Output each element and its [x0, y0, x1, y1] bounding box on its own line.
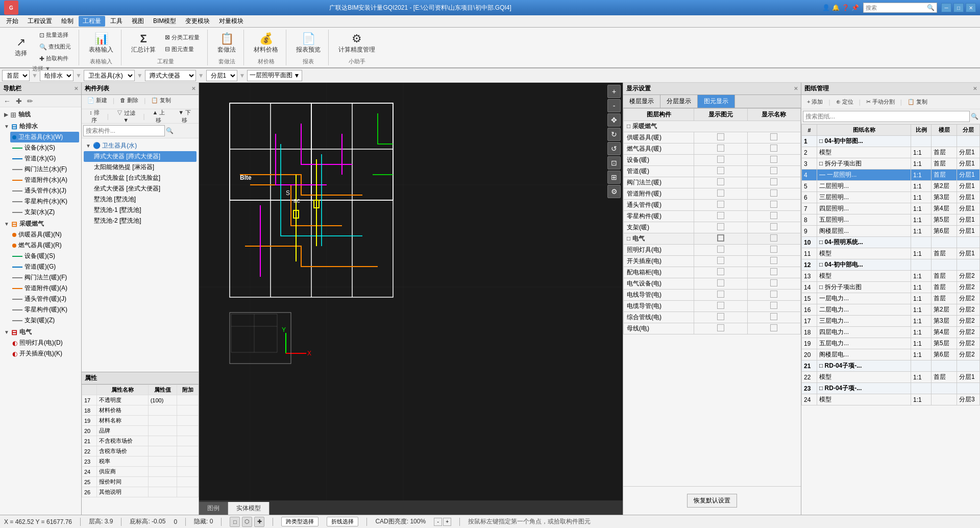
- nav-item-light[interactable]: ◐ 照明灯具(电)(D): [10, 338, 79, 348]
- subtype-select[interactable]: 蹲式大便器: [145, 70, 196, 81]
- nav-axis-title[interactable]: ▶ ⊞ 轴线: [2, 109, 79, 120]
- menu-view[interactable]: 视图: [128, 16, 148, 27]
- menu-compare[interactable]: 对量模块: [215, 16, 248, 27]
- drawing-row-14[interactable]: 14 □ 拆分子项出图 1:1 首层 分层2: [802, 282, 980, 293]
- table-input-button[interactable]: 📊 表格输入: [85, 30, 117, 57]
- zoom-decrease-button[interactable]: -: [434, 518, 442, 526]
- fit-view-button[interactable]: ⊡: [607, 156, 621, 170]
- comp-item-laundry3[interactable]: 墅洗池-2 [墅洗池]: [84, 215, 197, 226]
- drawing-row-5[interactable]: 5 二层照明... 1:1 第2层 分层1: [802, 181, 980, 192]
- drawing-row-22[interactable]: 22 模型 1:1 首层 分层1: [802, 372, 980, 383]
- nav-item-pipe-acc-h[interactable]: 管道附件(暖)(A): [10, 283, 79, 294]
- layer-select[interactable]: 分层1: [206, 70, 237, 81]
- classify-qty-button[interactable]: ⊠分类工程量: [161, 32, 203, 43]
- nav-item-heater[interactable]: 供暖器具(暖)(N): [10, 229, 79, 240]
- menu-engineering-qty[interactable]: 工程量: [79, 16, 105, 27]
- menu-project-settings[interactable]: 工程设置: [23, 16, 56, 27]
- system-select[interactable]: 给排水: [40, 70, 74, 81]
- close-button[interactable]: ✕: [966, 3, 976, 12]
- nav-item-pipe-joint-w[interactable]: 通头管件(水)(J): [10, 185, 79, 196]
- nav-item-equip-h[interactable]: 设备(暖)(S): [10, 251, 79, 261]
- drawing-row-15[interactable]: 15 一层电力... 1:1 首层 分层2: [802, 293, 980, 304]
- tab-solid-model[interactable]: 实体模型: [228, 502, 270, 515]
- filter-comp-button[interactable]: ▽ 过滤 ▼: [111, 108, 141, 125]
- select-button[interactable]: ↗ 选择: [8, 33, 34, 60]
- menu-bim[interactable]: BIM模型: [149, 16, 180, 27]
- floor-select[interactable]: 首层: [2, 70, 30, 81]
- comp-search-input[interactable]: [83, 125, 165, 136]
- report-preview-button[interactable]: 📄 报表预览: [292, 30, 324, 57]
- nav-item-sanitary[interactable]: 卫生器具(水)(W): [10, 132, 79, 142]
- drawing-row-9[interactable]: 9 阁楼层照... 1:1 第6层 分层1: [802, 226, 980, 237]
- calc-precision-button[interactable]: ⚙ 计算精度管理: [335, 30, 379, 57]
- nav-item-equipment-w[interactable]: 设备(水)(S): [10, 142, 79, 153]
- delete-comp-button[interactable]: 🗑 删除: [116, 95, 142, 106]
- drawing-row-4[interactable]: 4 — 一层照明... 1:1 首层 分层1: [802, 170, 980, 181]
- drawing-row-17[interactable]: 17 三层电力... 1:1 第3层 分层2: [802, 316, 980, 327]
- nav-item-pipe-h[interactable]: 管道(暖)(G): [10, 261, 79, 272]
- pick-component-button[interactable]: ✚拾取构件: [36, 53, 75, 64]
- move-up-button[interactable]: ▲ 上移: [147, 107, 171, 126]
- nav-item-valve-w[interactable]: 阀门法兰(水)(F): [10, 164, 79, 175]
- nav-item-valve-h[interactable]: 阀门法兰(暖)(F): [10, 272, 79, 283]
- title-search-input[interactable]: [866, 5, 927, 11]
- drawing-row-6[interactable]: 6 三层照明... 1:1 第3层 分层1: [802, 192, 980, 203]
- canvas-area[interactable]: S ac BIte X Y + - ✥ ↻: [199, 83, 623, 515]
- zoom-in-button[interactable]: +: [607, 85, 621, 98]
- drawing-row-18[interactable]: 18 四层电力... 1:1 第4层 分层2: [802, 327, 980, 338]
- new-comp-button[interactable]: 📄 新建: [84, 95, 111, 106]
- nav-item-gas[interactable]: 燃气器具(暖)(R): [10, 240, 79, 251]
- drawing-search-input[interactable]: [803, 111, 970, 122]
- apply-method-button[interactable]: 📋 套做法: [214, 30, 239, 57]
- drawing-row-3[interactable]: 3 □ 拆分子项出图 1:1 首层 分层1: [802, 158, 980, 170]
- drawing-row-13[interactable]: 13 模型 1:1 首层 分层2: [802, 271, 980, 282]
- nav-item-pipe-w[interactable]: 管道(水)(G): [10, 153, 79, 164]
- drawing-row-19[interactable]: 19 五层电力... 1:1 第5层 分层2: [802, 338, 980, 349]
- element-qty-button[interactable]: ⊟图元查量: [161, 44, 203, 55]
- nav-edit-button[interactable]: ✏: [26, 97, 35, 106]
- menu-changes[interactable]: 变更模块: [181, 16, 214, 27]
- drawing-row-16[interactable]: 16 二层电力... 1:1 第2层 分层2: [802, 304, 980, 316]
- restore-default-button[interactable]: 恢复默认设置: [687, 494, 737, 508]
- comp-group-sanitary[interactable]: ▼ 🔵 卫生器具(水): [84, 140, 197, 151]
- tab-element-display[interactable]: 图元显示: [698, 95, 735, 108]
- manual-split-button[interactable]: ✂ 手动分割: [863, 97, 898, 107]
- snap-type-button[interactable]: 跨类型选择: [281, 517, 318, 526]
- rect-mode-btn[interactable]: □: [230, 517, 240, 527]
- settings-canvas-button[interactable]: ⚙: [607, 185, 621, 198]
- find-element-button[interactable]: 🔍查找图元: [36, 41, 75, 52]
- nav-add-button[interactable]: ✚: [14, 97, 23, 106]
- nav-heat-title[interactable]: ▼ ⊟ 采暖燃气: [2, 219, 79, 229]
- polyline-select-button[interactable]: 折线选择: [327, 517, 358, 526]
- tab-floor-display[interactable]: 楼层显示: [623, 95, 660, 108]
- maximize-button[interactable]: □: [953, 3, 964, 12]
- section-view-button[interactable]: ⊞: [607, 171, 621, 184]
- drawing-row-20[interactable]: 20 阁楼层电... 1:1 第6层 分层2: [802, 349, 980, 361]
- comp-item-laundry1[interactable]: 墅洗池 [墅洗池]: [84, 194, 197, 205]
- copy-comp-button[interactable]: 📋 复制: [148, 95, 175, 106]
- menu-tools[interactable]: 工具: [106, 16, 127, 27]
- comp-item-solar-shower[interactable]: 太阳能储热提 [淋浴器]: [84, 162, 197, 173]
- comp-item-sit-toilet[interactable]: 坐式大便器 [坐式大便器]: [84, 183, 197, 194]
- nav-item-support-w[interactable]: 支架(水)(Z): [10, 207, 79, 218]
- batch-select-button[interactable]: ⊡批量选择: [36, 30, 75, 40]
- nav-water-title[interactable]: ▼ ⊟ 给排水: [2, 121, 79, 132]
- title-search-box[interactable]: 🔍: [863, 3, 937, 13]
- cross-mode-btn[interactable]: ✚: [254, 517, 264, 527]
- nav-item-switch[interactable]: ◐ 开关插座(电)(K): [10, 348, 79, 359]
- component-select[interactable]: 卫生器具(水): [84, 70, 135, 81]
- calc-summary-button[interactable]: Σ 汇总计算: [128, 30, 159, 57]
- view-select[interactable]: 一层照明平面图 ▼: [247, 70, 302, 81]
- nav-item-pipe-acc-w[interactable]: 管道附件(水)(A): [10, 175, 79, 185]
- drawing-row-8[interactable]: 8 五层照明... 1:1 第5层 分层1: [802, 214, 980, 226]
- nav-item-pipe-joint-h[interactable]: 通头管件(暖)(J): [10, 294, 79, 304]
- menu-start[interactable]: 开始: [2, 16, 22, 27]
- zoom-increase-button[interactable]: +: [443, 518, 451, 526]
- sort-comp-button[interactable]: ↕ 排序: [84, 107, 105, 126]
- material-price-button[interactable]: 💰 材料价格: [250, 30, 282, 57]
- copy-drawing-button[interactable]: 📋 复制: [904, 97, 931, 107]
- drawing-row-24[interactable]: 24 模型 1:1 分层3: [802, 394, 980, 405]
- move-down-button[interactable]: ▼ 下移: [173, 107, 197, 126]
- nav-back-button[interactable]: ←: [2, 97, 12, 106]
- zoom-out-button[interactable]: -: [607, 99, 621, 112]
